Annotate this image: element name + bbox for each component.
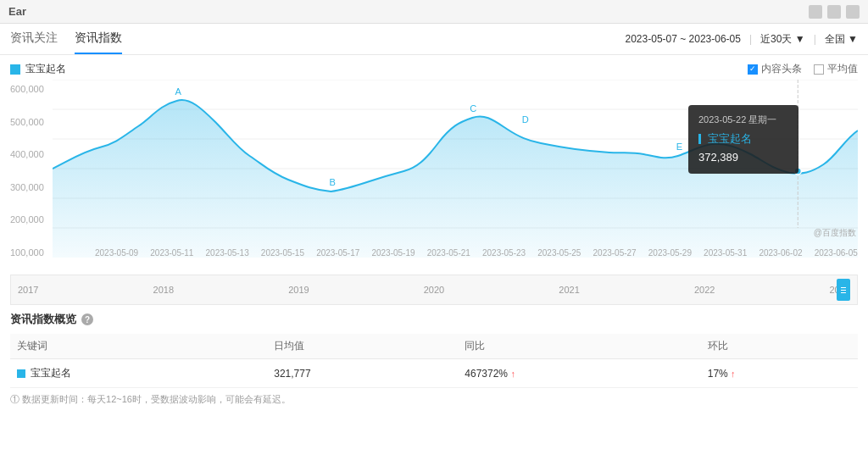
close-icon[interactable] xyxy=(846,5,860,19)
top-bar-icons xyxy=(809,5,860,19)
timeline-row[interactable]: 2017 2018 2019 2020 2021 2022 2023 xyxy=(10,275,858,305)
tabs-left: 资讯关注 资讯指数 xyxy=(10,31,122,54)
legend-color-box xyxy=(10,64,20,75)
top-bar-title: Ear xyxy=(8,5,26,18)
col-yoy: 同比 xyxy=(458,334,700,359)
x-axis-labels: 2023-05-09 2023-05-11 2023-05-13 2023-05… xyxy=(95,248,858,258)
period-select[interactable]: 近30天 ▼ xyxy=(760,32,805,47)
timeline-labels: 2017 2018 2019 2020 2021 2022 2023 xyxy=(18,285,850,295)
tooltip-date: 2023-05-22 星期一 xyxy=(698,112,788,128)
col-daily-avg: 日均值 xyxy=(267,334,458,359)
legend-row: 宝宝起名 ✓ 内容头条 平均值 xyxy=(0,55,868,80)
keyword-cell: 宝宝起名 xyxy=(10,359,267,388)
yoy-up-arrow: ↑ xyxy=(510,369,515,379)
legend-label: 宝宝起名 xyxy=(25,62,66,76)
tooltip-value: 372,389 xyxy=(698,148,788,167)
chart-right-label: @百度指数 xyxy=(814,227,856,239)
tab-zixun-zhishu[interactable]: 资讯指数 xyxy=(75,31,122,54)
table-row: 宝宝起名 321,777 467372% ↑ 17% ↑ xyxy=(10,359,858,388)
svg-text:D: D xyxy=(522,114,529,125)
svg-text:A: A xyxy=(175,86,182,97)
legend-item: 宝宝起名 xyxy=(10,62,66,76)
col-mom: 环比 xyxy=(701,334,858,359)
tab-zixun-guanzhu[interactable]: 资讯关注 xyxy=(10,31,58,54)
mom-up-arrow: ↑ xyxy=(731,369,736,379)
footnote: ① 数据更新时间：每天12~16时，受数据波动影响，可能会有延迟。 xyxy=(0,388,868,411)
checkbox-label-neirongtouten: 内容头条 xyxy=(761,62,802,76)
svg-text:E: E xyxy=(676,141,682,152)
col-keyword: 关键词 xyxy=(10,334,267,359)
top-bar: Ear xyxy=(0,0,868,24)
daily-avg-value: 321,777 xyxy=(267,359,458,388)
info-icon[interactable]: ? xyxy=(81,313,93,325)
mom-value: 17% ↑ xyxy=(701,359,858,388)
maximize-icon[interactable] xyxy=(827,5,841,19)
yoy-value: 467372% ↑ xyxy=(458,359,700,388)
tabs-right: 2023-05-07 ~ 2023-06-05 | 近30天 ▼ | 全国 ▼ xyxy=(626,32,858,53)
checkbox-label-pingjunzhi: 平均值 xyxy=(827,62,858,76)
keyword-name: 宝宝起名 xyxy=(31,366,71,380)
summary-section: 资讯指数概览 ? 关键词 日均值 同比 环比 宝宝起名 321,777 xyxy=(0,305,868,388)
summary-title: 资讯指数概览 ? xyxy=(10,312,858,327)
tooltip-bar-indicator xyxy=(698,134,701,144)
keyword-color-box xyxy=(17,369,25,378)
date-range: 2023-05-07 ~ 2023-06-05 xyxy=(626,33,741,45)
checkboxes: ✓ 内容头条 平均值 xyxy=(748,62,858,76)
region-select[interactable]: 全国 ▼ xyxy=(825,32,858,47)
tabs-row: 资讯关注 资讯指数 2023-05-07 ~ 2023-06-05 | 近30天… xyxy=(0,24,868,55)
tooltip-box: 2023-05-22 星期一 宝宝起名 372,389 xyxy=(688,105,798,174)
minimize-icon[interactable] xyxy=(809,5,822,19)
checkbox-neirongtouten[interactable]: ✓ 内容头条 xyxy=(748,62,802,76)
summary-table: 关键词 日均值 同比 环比 宝宝起名 321,777 467372% ↑ xyxy=(10,334,858,388)
svg-text:B: B xyxy=(329,177,335,187)
y-axis-labels: 100,000 200,000 300,000 400,000 500,000 … xyxy=(10,80,53,275)
chart-container: 100,000 200,000 300,000 400,000 500,000 … xyxy=(0,80,868,275)
timeline-handle[interactable] xyxy=(837,279,850,301)
chart-inner: 100,000 200,000 300,000 400,000 500,000 … xyxy=(10,80,858,275)
checkbox-pingjunzhi[interactable]: 平均值 xyxy=(814,62,858,76)
checkbox-box-neirongtouten[interactable]: ✓ xyxy=(748,64,758,75)
svg-text:C: C xyxy=(470,103,476,114)
tooltip-keyword: 宝宝起名 xyxy=(708,130,752,148)
checkbox-box-pingjunzhi[interactable] xyxy=(814,64,824,75)
